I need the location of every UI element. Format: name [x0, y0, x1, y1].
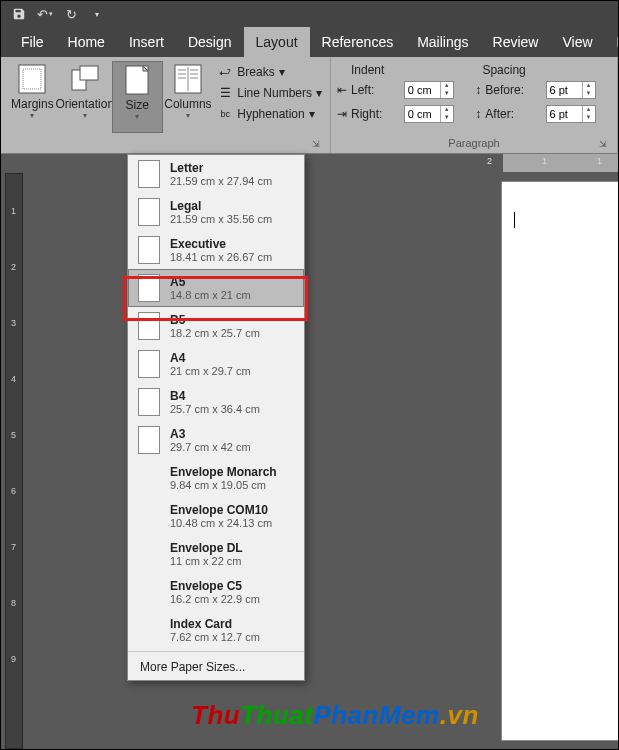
- page-thumb-icon: [138, 350, 160, 378]
- size-option-dims: 18.2 cm x 25.7 cm: [170, 327, 260, 339]
- tab-help[interactable]: Help: [605, 27, 619, 57]
- page-thumb-icon: [138, 502, 160, 530]
- dialog-launcher-icon[interactable]: ⇲: [597, 138, 609, 150]
- size-option-name: B5: [170, 313, 260, 327]
- group-label: Paragraph: [448, 137, 499, 149]
- size-option-legal[interactable]: Legal21.59 cm x 35.56 cm: [128, 193, 304, 231]
- size-option-a5[interactable]: A514.8 cm x 21 cm: [128, 269, 304, 307]
- size-option-name: A3: [170, 427, 251, 441]
- page-thumb-icon: [138, 236, 160, 264]
- save-icon[interactable]: [9, 4, 29, 24]
- ribbon-layout: Margins ▾ Orientation ▾ Size ▾: [1, 57, 618, 154]
- chevron-down-icon: ▾: [135, 112, 139, 121]
- size-option-name: Letter: [170, 161, 272, 175]
- dialog-launcher-icon[interactable]: ⇲: [310, 138, 322, 150]
- size-option-dims: 7.62 cm x 12.7 cm: [170, 631, 260, 643]
- size-option-dims: 21.59 cm x 27.94 cm: [170, 175, 272, 187]
- group-page-setup: Margins ▾ Orientation ▾ Size ▾: [1, 57, 331, 153]
- indent-left-input[interactable]: 0 cm▲▼: [404, 81, 454, 99]
- columns-icon: [172, 63, 204, 95]
- line-numbers-button[interactable]: ☰Line Numbers▾: [215, 84, 324, 102]
- indent-right-input[interactable]: 0 cm▲▼: [404, 105, 454, 123]
- size-option-letter[interactable]: Letter21.59 cm x 27.94 cm: [128, 155, 304, 193]
- breaks-button[interactable]: ⮐Breaks▾: [215, 63, 324, 81]
- size-option-executive[interactable]: Executive18.41 cm x 26.67 cm: [128, 231, 304, 269]
- spacing-heading: Spacing: [482, 63, 525, 77]
- size-option-a4[interactable]: A421 cm x 29.7 cm: [128, 345, 304, 383]
- tab-design[interactable]: Design: [176, 27, 244, 57]
- size-option-name: Envelope COM10: [170, 503, 272, 517]
- size-option-envelope-com10[interactable]: Envelope COM1010.48 cm x 24.13 cm: [128, 497, 304, 535]
- tab-file[interactable]: File: [9, 27, 56, 57]
- tab-home[interactable]: Home: [56, 27, 117, 57]
- line-numbers-icon: ☰: [217, 85, 233, 101]
- size-option-envelope-monarch[interactable]: Envelope Monarch9.84 cm x 19.05 cm: [128, 459, 304, 497]
- spacing-before-input[interactable]: 6 pt▲▼: [546, 81, 596, 99]
- size-option-index-card[interactable]: Index Card7.62 cm x 12.7 cm: [128, 611, 304, 649]
- orientation-button[interactable]: Orientation ▾: [58, 61, 112, 133]
- indent-heading: Indent: [351, 63, 384, 77]
- size-option-dims: 16.2 cm x 22.9 cm: [170, 593, 260, 605]
- size-option-name: Envelope DL: [170, 541, 243, 555]
- page-thumb-icon: [138, 388, 160, 416]
- hyphenation-icon: bc: [217, 106, 233, 122]
- svg-rect-3: [80, 66, 98, 80]
- size-option-a3[interactable]: A329.7 cm x 42 cm: [128, 421, 304, 459]
- vertical-ruler[interactable]: 1 2 3 4 5 6 7 8 9: [5, 173, 23, 749]
- size-option-dims: 21 cm x 29.7 cm: [170, 365, 251, 377]
- size-option-name: A5: [170, 275, 251, 289]
- tab-review[interactable]: Review: [481, 27, 551, 57]
- page-thumb-icon: [138, 274, 160, 302]
- chevron-down-icon: ▾: [83, 111, 87, 120]
- chevron-down-icon: ▾: [186, 111, 190, 120]
- size-option-name: B4: [170, 389, 260, 403]
- size-option-name: Legal: [170, 199, 272, 213]
- size-option-name: Executive: [170, 237, 272, 251]
- chevron-down-icon: ▾: [316, 86, 322, 100]
- size-option-dims: 29.7 cm x 42 cm: [170, 441, 251, 453]
- size-option-dims: 21.59 cm x 35.56 cm: [170, 213, 272, 225]
- tab-mailings[interactable]: Mailings: [405, 27, 480, 57]
- page-thumb-icon: [138, 464, 160, 492]
- size-option-name: Envelope C5: [170, 579, 260, 593]
- page-thumb-icon: [138, 312, 160, 340]
- chevron-down-icon: ▾: [279, 65, 285, 79]
- size-option-envelope-dl[interactable]: Envelope DL11 cm x 22 cm: [128, 535, 304, 573]
- margins-button[interactable]: Margins ▾: [7, 61, 58, 133]
- undo-icon[interactable]: ↶▾: [35, 4, 55, 24]
- hyphenation-button[interactable]: bcHyphenation▾: [215, 105, 324, 123]
- breaks-icon: ⮐: [217, 64, 233, 80]
- redo-icon[interactable]: ↻: [61, 4, 81, 24]
- spacing-after-input[interactable]: 6 pt▲▼: [546, 105, 596, 123]
- columns-button[interactable]: Columns ▾: [163, 61, 214, 133]
- size-button[interactable]: Size ▾: [112, 61, 163, 133]
- tab-view[interactable]: View: [550, 27, 604, 57]
- page-thumb-icon: [138, 198, 160, 226]
- page-thumb-icon: [138, 160, 160, 188]
- watermark: ThuThuatPhanMem.vn: [191, 700, 479, 731]
- size-option-name: A4: [170, 351, 251, 365]
- horizontal-ruler[interactable]: 2 1 1: [23, 154, 618, 172]
- page-thumb-icon: [138, 426, 160, 454]
- page-thumb-icon: [138, 578, 160, 606]
- chevron-down-icon: ▾: [30, 111, 34, 120]
- more-paper-sizes[interactable]: More Paper Sizes...: [128, 654, 304, 680]
- spacing-before-icon: ↕: [475, 83, 481, 97]
- size-option-dims: 14.8 cm x 21 cm: [170, 289, 251, 301]
- size-option-dims: 10.48 cm x 24.13 cm: [170, 517, 272, 529]
- indent-left-icon: ⇤: [337, 83, 347, 97]
- size-option-b4[interactable]: B425.7 cm x 36.4 cm: [128, 383, 304, 421]
- size-option-dims: 25.7 cm x 36.4 cm: [170, 403, 260, 415]
- quick-access-toolbar: ↶▾ ↻ ▾: [1, 1, 618, 27]
- qat-customize-icon[interactable]: ▾: [87, 4, 107, 24]
- size-option-name: Envelope Monarch: [170, 465, 277, 479]
- text-cursor: [514, 212, 515, 228]
- size-option-dims: 9.84 cm x 19.05 cm: [170, 479, 277, 491]
- tab-layout[interactable]: Layout: [244, 27, 310, 57]
- size-option-b5[interactable]: B518.2 cm x 25.7 cm: [128, 307, 304, 345]
- tab-references[interactable]: References: [310, 27, 406, 57]
- size-option-envelope-c5[interactable]: Envelope C516.2 cm x 22.9 cm: [128, 573, 304, 611]
- tab-insert[interactable]: Insert: [117, 27, 176, 57]
- orientation-icon: [69, 63, 101, 95]
- document-page[interactable]: [501, 181, 619, 741]
